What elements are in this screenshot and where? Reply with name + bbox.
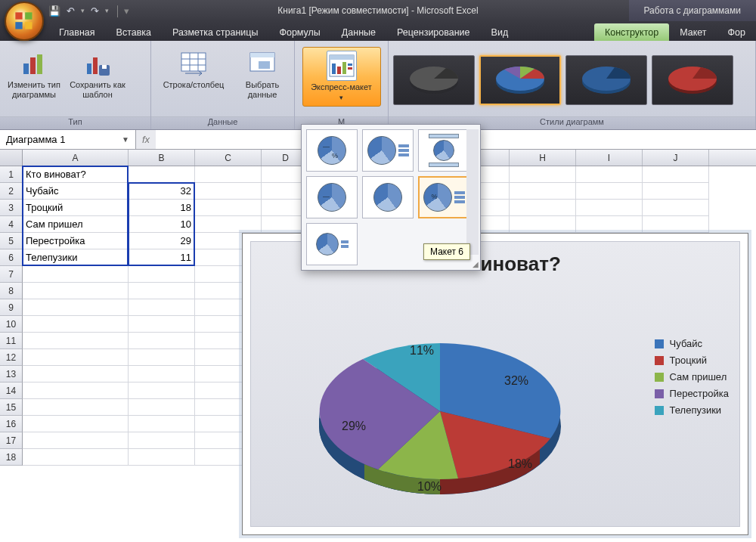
save-icon[interactable]: 💾 [48, 5, 60, 17]
cell-B2[interactable]: 32 [129, 183, 195, 200]
col-header-B[interactable]: B [129, 150, 195, 166]
cell-A4[interactable]: Сам пришел [23, 216, 129, 233]
col-header-C[interactable]: C [195, 150, 262, 166]
cell-A15[interactable] [23, 399, 129, 416]
tab-format[interactable]: Фор [717, 23, 756, 41]
chart-object[interactable]: Кто виноват? 32% 18% 10% 29% 11 [242, 233, 748, 535]
chart-style-3[interactable] [565, 55, 647, 105]
select-all-corner[interactable] [0, 150, 23, 166]
legend-item-0[interactable]: Чубайс [655, 338, 729, 349]
cell-J4[interactable] [643, 216, 709, 233]
cell-B18[interactable] [129, 449, 195, 466]
cell-B3[interactable]: 18 [129, 200, 195, 216]
row-header-1[interactable]: 1 [0, 166, 23, 183]
cell-J2[interactable] [643, 183, 709, 200]
cell-H1[interactable] [510, 166, 576, 183]
pie-chart[interactable]: 32% 18% 10% 29% 11% [296, 298, 584, 525]
redo-icon[interactable]: ↷ [91, 5, 99, 17]
cell-B9[interactable] [129, 299, 195, 316]
cell-H3[interactable] [510, 200, 576, 216]
legend-item-2[interactable]: Сам пришел [655, 371, 729, 382]
row-header-9[interactable]: 9 [0, 299, 23, 316]
cell-B7[interactable] [129, 266, 195, 283]
cell-B8[interactable] [129, 283, 195, 299]
office-button[interactable] [5, 2, 44, 41]
tab-insert[interactable]: Вставка [106, 23, 162, 41]
cell-H4[interactable] [510, 216, 576, 233]
legend-item-4[interactable]: Телепузики [655, 404, 729, 416]
tab-view[interactable]: Вид [481, 23, 519, 41]
col-header-A[interactable]: A [23, 150, 129, 166]
undo-icon[interactable]: ↶ [67, 5, 75, 17]
layout-option-6[interactable]: % [418, 176, 469, 218]
cell-J3[interactable] [643, 200, 709, 216]
resize-grip-icon[interactable]: ◢ [472, 260, 479, 268]
cell-B11[interactable] [129, 333, 195, 349]
cell-A14[interactable] [23, 382, 129, 399]
row-header-6[interactable]: 6 [0, 249, 23, 266]
cell-C2[interactable] [195, 183, 262, 200]
layout-option-3[interactable] [418, 129, 469, 172]
tab-review[interactable]: Рецензирование [386, 23, 481, 41]
col-header-J[interactable]: J [643, 150, 709, 166]
cell-B10[interactable] [129, 316, 195, 333]
cell-B15[interactable] [129, 399, 195, 416]
cell-A7[interactable] [23, 266, 129, 283]
legend-item-3[interactable]: Перестройка [655, 388, 729, 399]
row-header-11[interactable]: 11 [0, 333, 23, 349]
switch-row-column-button[interactable]: Строка/столбец [156, 44, 231, 90]
row-header-3[interactable]: 3 [0, 200, 23, 216]
change-chart-type-button[interactable]: Изменить тип диаграммы [5, 44, 64, 100]
row-header-14[interactable]: 14 [0, 382, 23, 399]
cell-A6[interactable]: Телепузики [23, 249, 129, 266]
row-header-5[interactable]: 5 [0, 233, 23, 249]
cell-J1[interactable] [643, 166, 709, 183]
cell-A17[interactable] [23, 432, 129, 449]
chart-style-1[interactable] [393, 55, 475, 105]
cell-I3[interactable] [576, 200, 643, 216]
row-header-7[interactable]: 7 [0, 266, 23, 283]
chart-styles-gallery[interactable] [389, 41, 755, 116]
cell-C3[interactable] [195, 200, 262, 216]
layout-option-2[interactable] [362, 129, 414, 172]
cell-B6[interactable]: 11 [129, 249, 195, 266]
layout-option-4[interactable]: — [306, 176, 358, 218]
tab-page-layout[interactable]: Разметка страницы [162, 23, 268, 41]
tab-data[interactable]: Данные [331, 23, 386, 41]
cell-C1[interactable] [195, 166, 262, 183]
cell-B14[interactable] [129, 382, 195, 399]
layout-option-7[interactable] [306, 223, 358, 265]
cell-A3[interactable]: Троцкий [23, 200, 129, 216]
cell-B1[interactable] [129, 166, 195, 183]
layout-option-5[interactable] [362, 176, 414, 218]
tab-formulas[interactable]: Формулы [268, 23, 330, 41]
cell-A11[interactable] [23, 333, 129, 349]
row-header-4[interactable]: 4 [0, 216, 23, 233]
cell-A2[interactable]: Чубайс [23, 183, 129, 200]
tab-design[interactable]: Конструктор [594, 23, 669, 41]
row-header-2[interactable]: 2 [0, 183, 23, 200]
cell-B12[interactable] [129, 349, 195, 366]
cell-C4[interactable] [195, 216, 262, 233]
cell-A12[interactable] [23, 349, 129, 366]
tab-home[interactable]: Главная [48, 23, 106, 41]
cell-A18[interactable] [23, 449, 129, 466]
row-header-8[interactable]: 8 [0, 283, 23, 299]
namebox-dropdown-icon[interactable]: ▼ [122, 135, 129, 144]
cell-B17[interactable] [129, 432, 195, 449]
cell-H2[interactable] [510, 183, 576, 200]
row-header-15[interactable]: 15 [0, 399, 23, 416]
chart-plot-area[interactable]: Кто виноват? 32% 18% 10% 29% 11 [250, 241, 740, 527]
chart-legend[interactable]: ЧубайсТроцкийСам пришелПерестройкаТелепу… [655, 333, 729, 421]
row-header-13[interactable]: 13 [0, 366, 23, 382]
cell-A8[interactable] [23, 283, 129, 299]
cell-B16[interactable] [129, 416, 195, 432]
select-data-button[interactable]: Выбрать данные [236, 44, 289, 100]
tab-layout[interactable]: Макет [669, 23, 717, 41]
cell-A13[interactable] [23, 366, 129, 382]
cell-I4[interactable] [576, 216, 643, 233]
row-header-17[interactable]: 17 [0, 432, 23, 449]
legend-item-1[interactable]: Троцкий [655, 355, 729, 366]
quick-layout-button[interactable]: Экспресс-макет▾ [302, 47, 381, 107]
row-header-12[interactable]: 12 [0, 349, 23, 366]
